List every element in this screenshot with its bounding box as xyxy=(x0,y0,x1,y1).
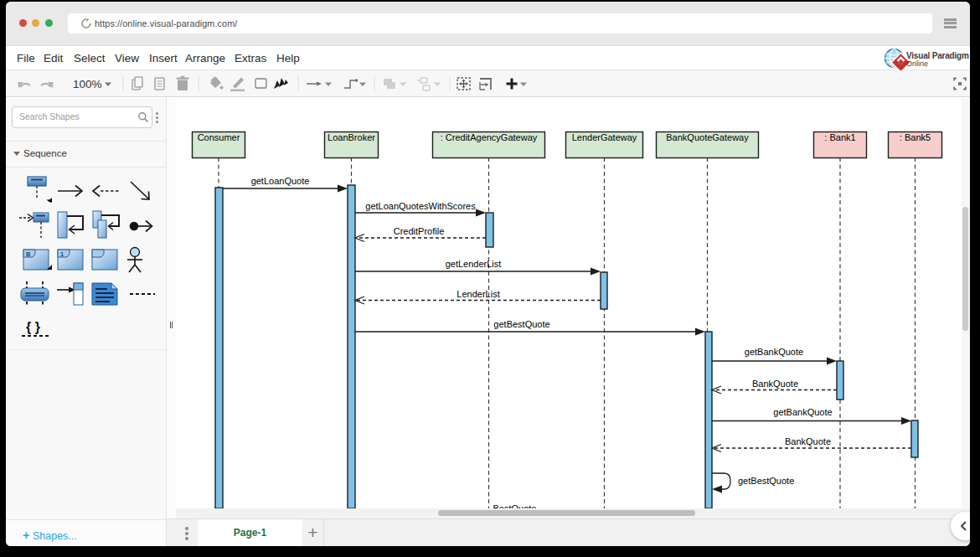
svg-text:CreditProfile: CreditProfile xyxy=(394,226,445,236)
svg-text:{ }: { } xyxy=(26,320,40,334)
svg-text:getLoanQuote: getLoanQuote xyxy=(251,176,310,186)
svg-text:LoanBroker: LoanBroker xyxy=(328,132,375,142)
svg-text:getBankQuote: getBankQuote xyxy=(745,347,803,357)
svg-text:getLoanQuotesWithScores: getLoanQuotesWithScores xyxy=(365,201,476,211)
svg-text:: CreditAgencyGateway: : CreditAgencyGateway xyxy=(441,132,538,142)
svg-text:Consumer: Consumer xyxy=(198,132,240,142)
svg-text:1: 1 xyxy=(60,250,64,258)
svg-text:Online: Online xyxy=(906,59,928,68)
svg-text:getBankQuote: getBankQuote xyxy=(773,407,832,417)
svg-text:getBestQuote: getBestQuote xyxy=(738,476,794,486)
svg-text:: Bank1: : Bank1 xyxy=(824,132,855,142)
svg-text:100%: 100% xyxy=(73,78,102,90)
svg-text:LenderList: LenderList xyxy=(456,289,499,299)
svg-text:: Bank5: : Bank5 xyxy=(900,132,931,142)
svg-text:BankQuoteGateway: BankQuoteGateway xyxy=(666,132,749,142)
svg-text:BankQuote: BankQuote xyxy=(752,379,798,389)
svg-text:B: B xyxy=(26,250,31,258)
svg-text:getBestQuote: getBestQuote xyxy=(493,319,549,329)
svg-text:BankQuote: BankQuote xyxy=(785,436,831,446)
svg-text:getLenderList: getLenderList xyxy=(446,259,502,269)
svg-text:LenderGateway: LenderGateway xyxy=(572,132,637,142)
